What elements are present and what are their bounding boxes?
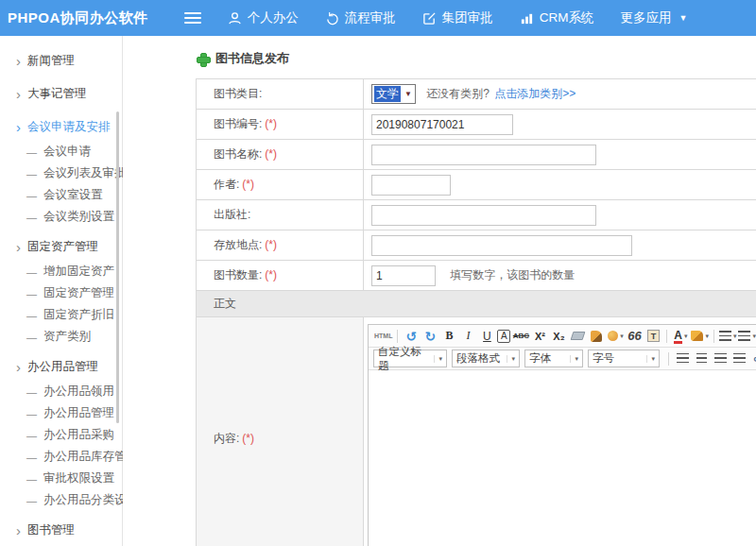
content-label: 内容:: [214, 432, 239, 445]
caret-down-icon: ▾: [752, 333, 756, 340]
toolbar-separator: [713, 330, 714, 343]
required-mark: (*): [242, 178, 254, 191]
book-name-input[interactable]: [371, 145, 596, 165]
dash-icon: —: [26, 288, 37, 299]
sidebar-item-supplies-purchase[interactable]: —办公用品采购: [0, 424, 122, 446]
sidebar-item-book-group[interactable]: ›图书管理: [0, 516, 122, 544]
underline-button[interactable]: U: [478, 328, 495, 345]
sidebar-item-news[interactable]: ›新闻管理: [0, 46, 122, 75]
main-content: 图书信息发布 图书类目: 文学 ▼ 还没有类别? 点击添加类别>> 图书编号: [123, 36, 756, 546]
app-logo: PHPOA协同办公软件: [8, 9, 148, 27]
font-family-select[interactable]: 字体▾: [524, 350, 583, 367]
dash-icon: —: [26, 266, 37, 278]
location-input[interactable]: [371, 235, 632, 256]
sidebar-item-supplies-category[interactable]: —办公用品分类设置: [0, 489, 122, 511]
italic-button[interactable]: I: [459, 328, 476, 345]
font-color-button[interactable]: A▾: [672, 328, 689, 345]
sidebar-item-supplies-stock[interactable]: —办公用品库存管理: [0, 446, 122, 468]
sidebar-item-label: 会议类别设置: [43, 209, 114, 225]
sidebar-item-memorabilia[interactable]: ›大事记管理: [0, 79, 122, 108]
book-no-input[interactable]: [371, 114, 513, 135]
chevron-icon: ›: [16, 120, 21, 134]
sidebar-item-asset-manage[interactable]: —固定资产管理: [0, 282, 122, 304]
nav-process-approval[interactable]: 流程审批: [325, 9, 396, 26]
sidebar-item-label: 图书管理: [27, 522, 75, 538]
dash-icon: —: [26, 168, 37, 179]
align-center-button[interactable]: [693, 350, 710, 367]
publisher-input[interactable]: [371, 205, 596, 226]
nav-crm-system[interactable]: CRM系统: [520, 9, 594, 26]
caret-down-icon: ▾: [507, 355, 515, 363]
row-location: 存放地点:(*): [197, 230, 756, 261]
unordered-list-button[interactable]: ▾: [738, 328, 756, 345]
insert-link-button[interactable]: ∞: [749, 350, 756, 367]
book-name-label: 图书名称:: [214, 147, 262, 161]
sidebar-item-label: 办公用品采购: [43, 427, 114, 443]
magic-wand-icon: [608, 331, 618, 341]
justify-button[interactable]: [730, 350, 747, 367]
subscript-button[interactable]: X₂: [550, 328, 567, 345]
align-right-button[interactable]: [712, 350, 729, 367]
chevron-icon: ›: [16, 360, 21, 374]
align-center-icon: [696, 353, 707, 364]
author-input[interactable]: [371, 175, 451, 196]
dash-icon: —: [26, 408, 37, 419]
sidebar-item-label: 新闻管理: [27, 53, 75, 69]
nav-group-approval[interactable]: 集团审批: [422, 9, 493, 26]
blockquote-button[interactable]: 66: [626, 328, 643, 345]
editor-content-area[interactable]: [369, 370, 756, 546]
format-brush-button[interactable]: [588, 328, 605, 345]
justify-icon: [733, 353, 746, 364]
sidebar-item-meeting-group[interactable]: ›会议申请及安排: [0, 112, 122, 141]
superscript-button[interactable]: X²: [531, 328, 548, 345]
add-category-link[interactable]: 点击添加类别>>: [494, 87, 576, 100]
align-right-icon: [714, 353, 727, 364]
editor-toolbar-row2: 自定义标题▾ 段落格式▾ 字体▾ 字号▾ ∞ ∞: [369, 348, 756, 370]
sidebar-item-label: 办公用品管理: [43, 405, 114, 421]
caret-down-icon: ▼: [404, 90, 412, 98]
sidebar-item-meeting-type[interactable]: —会议类别设置: [0, 206, 122, 228]
sidebar-item-meeting-apply[interactable]: —会议申请: [0, 141, 122, 162]
html-source-button[interactable]: HTML: [374, 328, 392, 345]
bold-button[interactable]: B: [440, 328, 457, 345]
sidebar-item-approval-perms[interactable]: —审批权限设置: [0, 468, 122, 489]
font-size-select[interactable]: 字号▾: [588, 350, 660, 367]
nav-item-label: CRM系统: [540, 9, 594, 26]
hamburger-menu-icon[interactable]: [184, 12, 201, 24]
ordered-list-button[interactable]: ▾: [719, 328, 737, 345]
custom-title-select[interactable]: 自定义标题▾: [373, 350, 447, 367]
sidebar-item-supplies-use[interactable]: —办公用品领用: [0, 381, 122, 402]
app-window: PHPOA协同办公软件 个人办公 流程审批 集团审批 CRM系统: [0, 0, 756, 546]
sidebar-item-asset-add[interactable]: —增加固定资产: [0, 261, 122, 282]
sidebar-item-meeting-list[interactable]: —会议列表及审批: [0, 162, 122, 184]
redo-button[interactable]: ↻: [421, 328, 438, 345]
quantity-label: 图书数量:: [214, 268, 262, 282]
paragraph-format-select[interactable]: 段落格式▾: [452, 350, 520, 367]
sidebar-item-asset-group[interactable]: ›固定资产管理: [0, 232, 122, 261]
highlight-color-button[interactable]: ▾: [691, 328, 709, 345]
quantity-input[interactable]: [371, 265, 436, 286]
category-selected-value: 文学: [374, 86, 401, 102]
paste-text-button[interactable]: T: [644, 328, 662, 345]
sidebar-item-asset-depreciation[interactable]: —固定资产折旧: [0, 304, 122, 326]
ordered-list-icon: [719, 331, 731, 341]
nav-more-apps[interactable]: 更多应用 ▼: [621, 9, 688, 26]
nav-personal-office[interactable]: 个人办公: [228, 9, 299, 26]
eraser-button[interactable]: [569, 328, 586, 345]
autotypeset-button[interactable]: ▾: [607, 328, 624, 345]
plus-icon: [197, 53, 209, 65]
row-author: 作者:(*): [197, 170, 756, 200]
row-book-name: 图书名称:(*): [197, 140, 756, 170]
sidebar-scrollbar[interactable]: [116, 111, 119, 423]
sidebar-item-supplies-group[interactable]: ›办公用品管理: [0, 352, 122, 381]
align-left-button[interactable]: [674, 350, 691, 367]
user-icon: [228, 11, 242, 26]
sidebar-item-supplies-manage[interactable]: —办公用品管理: [0, 402, 122, 424]
category-select[interactable]: 文学 ▼: [371, 84, 416, 104]
sidebar-item-asset-category[interactable]: —资产类别: [0, 326, 122, 348]
strikethrough-button[interactable]: ABC: [512, 328, 529, 345]
dash-icon: —: [26, 473, 37, 485]
font-style-button[interactable]: A: [497, 330, 510, 343]
undo-button[interactable]: ↺: [403, 328, 420, 345]
sidebar-item-meeting-room[interactable]: —会议室设置: [0, 184, 122, 206]
